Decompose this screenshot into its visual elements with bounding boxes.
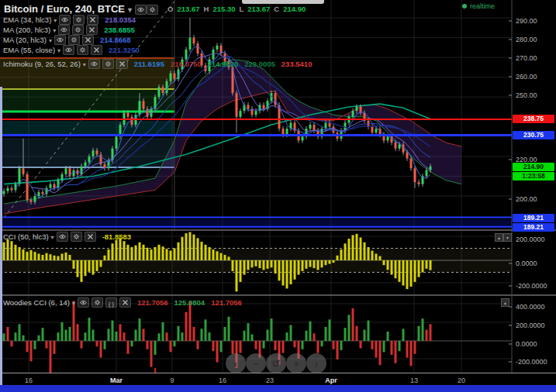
woodies-bar bbox=[81, 341, 83, 349]
cci-bar bbox=[275, 260, 277, 273]
cci-bar bbox=[158, 245, 161, 260]
cci-bar bbox=[325, 260, 327, 265]
cci-pane-down-button[interactable]: ▼ bbox=[503, 233, 512, 242]
cci-bar bbox=[306, 260, 308, 269]
legend-indicator-1-label[interactable]: MA (200, hlc3) bbox=[3, 26, 56, 34]
candle-body bbox=[88, 156, 91, 163]
symbol-title[interactable]: Bitcoin / Euro, 240, BTCE bbox=[4, 3, 132, 15]
close-icon[interactable] bbox=[119, 297, 131, 308]
cci-bar bbox=[360, 238, 362, 260]
woodies-bar bbox=[271, 318, 273, 341]
eye-icon[interactable] bbox=[58, 25, 70, 35]
reset-chart-button[interactable]: ↺ bbox=[266, 353, 286, 373]
close-icon[interactable] bbox=[87, 15, 98, 25]
cci-bar bbox=[271, 260, 273, 267]
close-icon[interactable] bbox=[91, 45, 102, 55]
realtime-indicator: realtime bbox=[462, 2, 495, 10]
gear-icon[interactable] bbox=[92, 297, 103, 308]
close-icon[interactable] bbox=[82, 35, 94, 45]
gear-icon[interactable] bbox=[72, 25, 84, 35]
cci-bar bbox=[220, 253, 223, 260]
woodies-bar bbox=[181, 332, 184, 341]
price-badge: 214.90 bbox=[513, 163, 554, 171]
cci-pane-up-button[interactable]: ▲ bbox=[495, 233, 503, 242]
scroll-left-button[interactable]: ‹ bbox=[226, 353, 246, 373]
candle-body bbox=[162, 87, 164, 93]
legend-indicator-0-label[interactable]: EMA (34, hlc3) bbox=[3, 15, 57, 24]
close-icon[interactable] bbox=[116, 59, 128, 69]
woodies-bar bbox=[3, 333, 5, 341]
chevron-down-icon bbox=[54, 17, 57, 24]
close-icon[interactable] bbox=[86, 25, 98, 35]
woodies-bar bbox=[162, 322, 164, 341]
legend-indicator-4-value: 229.0005 bbox=[244, 60, 275, 68]
gear-icon[interactable] bbox=[71, 232, 82, 242]
woodies-bar bbox=[205, 319, 207, 341]
woodies-bar bbox=[19, 324, 21, 341]
cci-bar bbox=[50, 254, 52, 260]
cci-bar bbox=[166, 249, 168, 260]
eye-icon[interactable] bbox=[54, 35, 66, 45]
woodies-bar bbox=[119, 324, 122, 341]
woodies-bar bbox=[220, 341, 223, 352]
woodies-bar bbox=[282, 341, 285, 353]
legend-woodies-label[interactable]: Woodies CCI (6, 14) bbox=[3, 298, 75, 307]
ohlc-key: O bbox=[167, 5, 173, 13]
cci-bar bbox=[228, 256, 230, 260]
zoom-out-button[interactable]: − bbox=[246, 353, 266, 373]
cci-bar bbox=[22, 249, 25, 260]
eye-icon[interactable] bbox=[59, 15, 71, 25]
woodies-bar bbox=[329, 319, 331, 341]
woodies-bar bbox=[364, 330, 366, 341]
woodies-bar bbox=[139, 318, 141, 341]
legend-woodies-value: 121.7056 bbox=[137, 298, 168, 307]
cci-bar bbox=[73, 260, 75, 269]
candle-body bbox=[116, 136, 118, 148]
cci-bar bbox=[240, 260, 242, 282]
woodies-bar bbox=[232, 341, 234, 354]
gear-icon[interactable] bbox=[73, 15, 85, 25]
scroll-right-button[interactable]: › bbox=[306, 353, 326, 373]
woodies-bar bbox=[391, 341, 393, 355]
cci-bar bbox=[119, 238, 122, 260]
legend-indicator-2-label[interactable]: MA (20, hlc3) bbox=[3, 36, 52, 44]
woodies-bar bbox=[251, 335, 254, 341]
woodies-bar bbox=[100, 341, 102, 358]
gear-icon[interactable] bbox=[102, 59, 114, 69]
price-axis-label: 0.0000 bbox=[516, 260, 537, 267]
cci-bar bbox=[174, 249, 176, 261]
zoom-in-button[interactable]: + bbox=[286, 353, 306, 373]
woodies-pane-up-button[interactable]: ▲ bbox=[501, 298, 509, 307]
chart-window: Bitcoin / Euro, 240, BTCE O213.67H215.30… bbox=[0, 0, 556, 392]
woodies-bar bbox=[402, 328, 405, 341]
eye-icon[interactable] bbox=[63, 45, 74, 55]
gear-icon[interactable] bbox=[68, 35, 80, 45]
time-axis[interactable]: 16Mar91623Apr1320 bbox=[0, 373, 556, 386]
woodies-bar bbox=[143, 328, 145, 341]
woodies-bar bbox=[61, 322, 64, 341]
gear-icon[interactable] bbox=[147, 5, 158, 15]
time-axis-label: 16 bbox=[219, 377, 226, 384]
eye-icon[interactable] bbox=[135, 5, 147, 15]
cci-bar bbox=[224, 255, 226, 260]
eye-icon[interactable] bbox=[57, 232, 68, 242]
eye-icon[interactable] bbox=[88, 59, 100, 69]
legend-woodies: Woodies CCI (6, 14)121.7056125.0804121.7… bbox=[3, 297, 242, 307]
legend-indicator-3-label[interactable]: EMA (55, close) bbox=[3, 46, 60, 54]
candle-body bbox=[26, 174, 29, 200]
candle-body bbox=[22, 168, 25, 174]
eye-icon[interactable] bbox=[78, 297, 89, 308]
price-badge: 189.21 bbox=[513, 214, 554, 222]
braces-icon[interactable] bbox=[105, 297, 117, 308]
cci-bar bbox=[313, 260, 316, 268]
legend-indicator-4-label[interactable]: Ichimoku (9, 26, 52, 26) bbox=[3, 60, 86, 68]
cci-bar bbox=[46, 253, 48, 260]
close-icon[interactable] bbox=[85, 232, 96, 242]
gear-icon[interactable] bbox=[77, 45, 88, 55]
cci-bar bbox=[251, 260, 254, 267]
legend-cci-label[interactable]: CCI (50, hlc3) bbox=[3, 232, 54, 241]
candle-body bbox=[247, 105, 250, 108]
cci-bar bbox=[263, 260, 265, 270]
cci-bar bbox=[302, 260, 304, 271]
woodies-bar bbox=[216, 341, 219, 363]
